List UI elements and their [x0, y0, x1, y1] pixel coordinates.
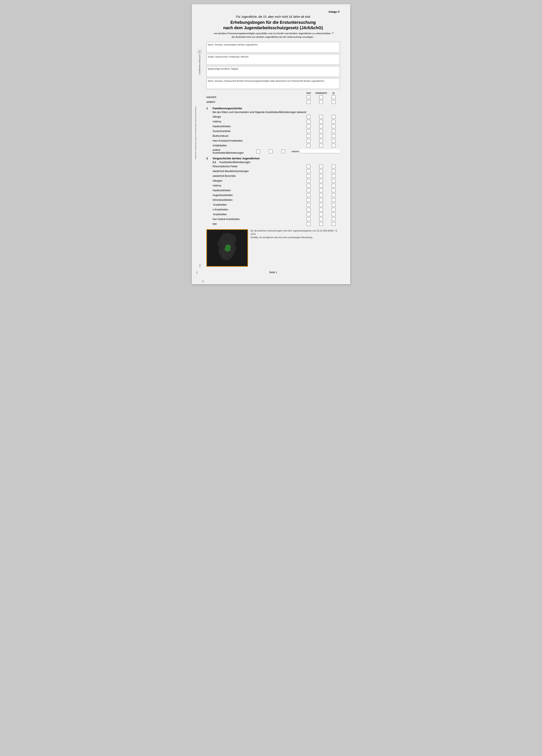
s2-ohren-ja[interactable] — [332, 198, 336, 202]
s1-asthma-nein[interactable] — [307, 120, 311, 123]
s1-herz-nein[interactable] — [307, 139, 311, 143]
s2-allergien-nein[interactable] — [307, 179, 311, 183]
s2-partial3-unbekannt[interactable] — [319, 213, 323, 216]
s1-asthma-ja[interactable] — [332, 120, 336, 123]
strasse-field[interactable]: Straße, Hausnummer, Postleitzahl, Wohnor… — [206, 54, 340, 65]
s2-heit-ja[interactable] — [332, 222, 336, 226]
s2-augen-ja[interactable] — [332, 193, 336, 197]
s1-herz-ja[interactable] — [332, 139, 336, 143]
s2-rheuma-nein[interactable] — [307, 165, 311, 168]
s2-bronchitis-ja[interactable] — [332, 174, 336, 178]
s1-allergie-unbekannt[interactable] — [319, 115, 323, 119]
s2-augen-unbekannt[interactable] — [319, 193, 323, 197]
s1-anfalls-unbekannt[interactable] — [319, 144, 323, 147]
s2-asthma-ja[interactable] — [332, 184, 336, 187]
s1-zucker-ja[interactable] — [332, 129, 336, 133]
s2-rheuma-unbekannt[interactable] — [319, 165, 323, 168]
welche-input[interactable] — [301, 150, 340, 153]
page-description: - von der/dem Personensorgeberechtigten … — [206, 32, 340, 39]
s2-heit-unbekannt[interactable] — [319, 222, 323, 226]
nachdr-text: Nachdruck, Nachahnung, kopieren und elek… — [195, 106, 196, 159]
s2-partial2-row: n-Krankheiten — [212, 208, 340, 211]
section1-rows: Allergie Asthma Hautkrankheiten — [212, 115, 340, 154]
checkbox-zutreffendes[interactable]: × — [198, 50, 201, 53]
s2-gelenk-ja[interactable] — [332, 217, 336, 221]
anlage-label: Anlage 1* — [206, 10, 340, 13]
s2-mandel-unbekannt[interactable] — [319, 169, 323, 173]
maennlich-nein-checkbox[interactable] — [307, 95, 311, 99]
s2-haut-unbekannt[interactable] — [319, 189, 323, 192]
s2-mandel-ja[interactable] — [332, 169, 336, 173]
germany-map-svg — [207, 230, 248, 267]
s1-zucker-unbekannt[interactable] — [319, 129, 323, 133]
name-field[interactable]: Name, Vorname, Geburtsdatum der/des Juge… — [206, 42, 340, 53]
s2-augen-nein[interactable] — [307, 193, 311, 197]
s2-ohren-unbekannt[interactable] — [319, 198, 323, 202]
s2-asthma-unbekannt[interactable] — [319, 184, 323, 187]
s1-haut-nein[interactable] — [307, 125, 311, 128]
s1-haut-ja[interactable] — [332, 125, 336, 128]
s2-allergien-ja[interactable] — [332, 179, 336, 183]
s2-bronchitis-nein[interactable] — [307, 174, 311, 178]
s1-zucker-nein[interactable] — [307, 129, 311, 133]
s1-allergie-row: Allergie — [212, 115, 340, 119]
s2-partial3-ja[interactable] — [332, 213, 336, 216]
header-nein: nein — [302, 92, 315, 94]
s2-haut-ja[interactable] — [332, 189, 336, 192]
s1-andere-nein[interactable] — [256, 150, 260, 153]
taetigkeit-field[interactable]: Beabsichtigte berufliche Tätigkeit — [206, 66, 340, 77]
s2-rheuma-ja[interactable] — [332, 165, 336, 168]
s2-gelenk-nein[interactable] — [307, 217, 311, 221]
s1-haut-unbekannt[interactable] — [319, 125, 323, 128]
s1-blut-unbekannt[interactable] — [319, 134, 323, 138]
s2-heit-nein[interactable] — [307, 222, 311, 226]
s2-haut-nein[interactable] — [307, 189, 311, 192]
s2-gelenk-unbekannt[interactable] — [319, 217, 323, 221]
s2-partial3-nein[interactable] — [307, 213, 311, 216]
s2-bronchitis-row: wiederholt Bronchitis — [212, 174, 340, 178]
maennlich-ja-checkbox[interactable] — [332, 95, 336, 99]
gender-row-maennlich: männlich — [206, 95, 340, 99]
s2-partial1-ja[interactable] — [332, 203, 336, 207]
s2-allergien-unbekannt[interactable] — [319, 179, 323, 183]
gender-section: nein unbekannt ja männlich weiblich — [206, 92, 340, 104]
bottom-ju-label: jü — [202, 280, 204, 282]
s2-asthma-nein[interactable] — [307, 184, 311, 187]
s1-anfalls-ja[interactable] — [332, 144, 336, 147]
s2-partial1-unbekannt[interactable] — [319, 203, 323, 207]
s1-blut-nein[interactable] — [307, 134, 311, 138]
s1-andere-unbekannt[interactable] — [269, 150, 273, 153]
personensorge-field[interactable]: Name, Vorname, Postanschrift der/des Per… — [206, 78, 340, 89]
s1-zucker-row: Zuckerkrankheit — [212, 129, 340, 133]
s1-andere-ja[interactable] — [282, 150, 285, 153]
section1-header: 1 Familienvorgeschichte — [206, 107, 340, 110]
s1-anfalls-nein[interactable] — [307, 144, 311, 147]
s1-asthma-unbekannt[interactable] — [319, 120, 323, 123]
s2-partial1-nein[interactable] — [307, 203, 311, 207]
germany-map-box — [206, 229, 248, 267]
page-container: × Zutreffendes ankreuzen! Nachdruck, Nac… — [192, 4, 350, 284]
s2-partial2-unbekannt[interactable] — [319, 208, 323, 211]
s2-partial2-ja[interactable] — [332, 208, 336, 211]
s1-allergie-ja[interactable] — [332, 115, 336, 119]
header-ja: ja — [327, 92, 340, 94]
zutreffendes-label-area: × Zutreffendes ankreuzen! — [198, 50, 201, 74]
section1-description: Bei den Eltern und Geschwistern sind fol… — [212, 111, 340, 114]
s1-allergie-nein[interactable] — [307, 115, 311, 119]
page-subtitle: Für Jugendliche, die 15, aber noch nicht… — [206, 15, 340, 18]
s1-anfalls-row: Anfallsleiden — [212, 144, 340, 147]
s1-blut-ja[interactable] — [332, 134, 336, 138]
s2-mandel-nein[interactable] — [307, 169, 311, 173]
weiblich-nein-checkbox[interactable] — [307, 100, 311, 104]
weiblich-unbekannt-checkbox[interactable] — [319, 100, 323, 104]
s2-partial2-nein[interactable] — [307, 208, 311, 211]
s2-ohren-nein[interactable] — [307, 198, 311, 202]
s1-herz-unbekannt[interactable] — [319, 139, 323, 143]
maennlich-unbekannt-checkbox[interactable] — [319, 95, 323, 99]
header-unbekannt: unbekannt — [315, 92, 327, 94]
s2-mandel-row: wiederholt Mandelentzündungen — [212, 169, 340, 173]
s1-asthma-row: Asthma — [212, 120, 340, 123]
s2-bronchitis-unbekannt[interactable] — [319, 174, 323, 178]
gender-row-weiblich: weiblich — [206, 100, 340, 104]
weiblich-ja-checkbox[interactable] — [332, 100, 336, 104]
